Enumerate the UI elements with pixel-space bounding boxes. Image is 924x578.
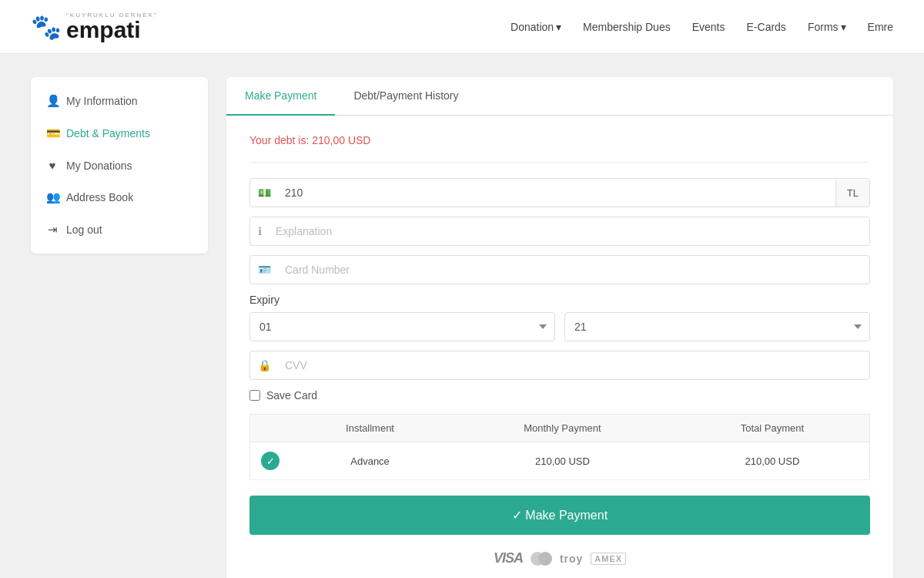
logo: 🐾 "kuyruklu dernek" empati xyxy=(31,12,158,42)
table-row: ✓ Advance 210,00 USD 210,00 USD xyxy=(250,442,870,480)
card-number-icon: 🪪 xyxy=(250,264,279,276)
visa-logo: VISA xyxy=(494,550,523,566)
table-col-total: Total Payment xyxy=(675,415,870,442)
table-cell-monthly: 210,00 USD xyxy=(450,442,675,480)
save-card-label: Save Card xyxy=(266,389,317,402)
main-nav: Donation ▾ Membership Dues Events E-Card… xyxy=(511,21,893,33)
nav-forms[interactable]: Forms ▾ xyxy=(808,21,846,33)
make-payment-button[interactable]: ✓ Make Payment xyxy=(249,496,870,535)
tab-make-payment[interactable]: Make Payment xyxy=(226,77,335,116)
mastercard-logo xyxy=(531,552,552,566)
nav-user[interactable]: Emre xyxy=(868,21,893,33)
nav-membership-dues[interactable]: Membership Dues xyxy=(583,21,671,33)
currency-suffix: TL xyxy=(835,180,869,207)
table-col-installment: Installment xyxy=(290,415,450,442)
logo-brand: "kuyruklu dernek" empati xyxy=(66,12,158,42)
payment-table: Installment Monthly Payment Total Paymen… xyxy=(249,414,870,480)
card-icon: 💳 xyxy=(46,126,59,140)
chevron-down-icon: ▾ xyxy=(556,21,561,33)
header: 🐾 "kuyruklu dernek" empati Donation ▾ Me… xyxy=(0,0,924,54)
troy-logo: troy xyxy=(560,553,583,565)
nav-donation[interactable]: Donation ▾ xyxy=(511,21,561,33)
table-body: ✓ Advance 210,00 USD 210,00 USD xyxy=(250,442,870,480)
expiry-group: Expiry 01 02 03 04 05 06 07 08 09 10 11 xyxy=(249,294,870,341)
content-area: Your debt is: 210,00 USD 💵 TL ℹ xyxy=(226,116,893,578)
heart-icon: ♥ xyxy=(46,159,59,172)
lock-icon: 🔒 xyxy=(250,359,279,371)
card-number-input-wrapper: 🪪 xyxy=(249,255,870,284)
amount-field-group: 💵 TL xyxy=(249,178,870,207)
check-icon: ✓ xyxy=(261,452,280,470)
person-icon: 👤 xyxy=(46,94,59,108)
table-col-select xyxy=(250,415,291,442)
amount-input-wrapper: 💵 TL xyxy=(249,178,870,207)
nav-ecards[interactable]: E-Cards xyxy=(747,21,786,33)
expiry-month-select[interactable]: 01 02 03 04 05 06 07 08 09 10 11 12 xyxy=(249,312,555,341)
chevron-down-icon: ▾ xyxy=(841,21,846,33)
logo-icon: 🐾 xyxy=(31,12,62,42)
page-wrapper: 👤 My Information 💳 Debt & Payments ♥ My … xyxy=(0,54,924,578)
amex-logo: AMEX xyxy=(591,553,626,565)
expiry-label: Expiry xyxy=(249,294,870,306)
logout-icon: ⇥ xyxy=(46,223,59,237)
expiry-year-select[interactable]: 21 22 23 24 25 26 27 28 xyxy=(564,312,870,341)
main-content: Make Payment Debt/Payment History Your d… xyxy=(226,77,893,578)
tab-debt-history[interactable]: Debt/Payment History xyxy=(335,77,477,116)
save-card-row: Save Card xyxy=(249,389,870,402)
expiry-row: 01 02 03 04 05 06 07 08 09 10 11 12 xyxy=(249,312,870,341)
sidebar-item-debt-payments[interactable]: 💳 Debt & Payments xyxy=(31,117,208,150)
cvv-input-wrapper: 🔒 xyxy=(249,351,870,380)
save-card-checkbox[interactable] xyxy=(249,390,260,401)
table-cell-installment: Advance xyxy=(290,442,450,480)
amount-input[interactable] xyxy=(279,179,835,207)
card-number-field-group: 🪪 xyxy=(249,255,870,284)
table-header: Installment Monthly Payment Total Paymen… xyxy=(250,415,870,442)
explanation-input-wrapper: ℹ xyxy=(249,217,870,246)
card-logos: VISA troy AMEX xyxy=(249,550,870,573)
info-icon: ℹ xyxy=(250,225,270,237)
debt-notice: Your debt is: 210,00 USD xyxy=(249,134,870,146)
explanation-input[interactable] xyxy=(270,217,869,245)
cvv-field-group: 🔒 xyxy=(249,351,870,380)
logo-name: empati xyxy=(66,18,158,42)
divider xyxy=(249,162,870,163)
sidebar-item-address-book[interactable]: 👥 Address Book xyxy=(31,181,208,213)
mc-circle-right xyxy=(538,552,552,566)
table-col-monthly: Monthly Payment xyxy=(450,415,675,442)
sidebar-item-my-information[interactable]: 👤 My Information xyxy=(31,85,208,117)
sidebar: 👤 My Information 💳 Debt & Payments ♥ My … xyxy=(31,77,208,254)
tabs: Make Payment Debt/Payment History xyxy=(226,77,893,116)
table-cell-check[interactable]: ✓ xyxy=(250,442,291,480)
explanation-field-group: ℹ xyxy=(249,217,870,246)
cvv-input[interactable] xyxy=(279,351,869,379)
nav-events[interactable]: Events xyxy=(692,21,725,33)
money-icon: 💵 xyxy=(250,187,279,199)
card-number-input[interactable] xyxy=(279,256,869,284)
sidebar-item-my-donations[interactable]: ♥ My Donations xyxy=(31,150,208,181)
book-icon: 👥 xyxy=(46,190,59,204)
sidebar-item-logout[interactable]: ⇥ Log out xyxy=(31,213,208,246)
table-cell-total: 210,00 USD xyxy=(675,442,870,480)
